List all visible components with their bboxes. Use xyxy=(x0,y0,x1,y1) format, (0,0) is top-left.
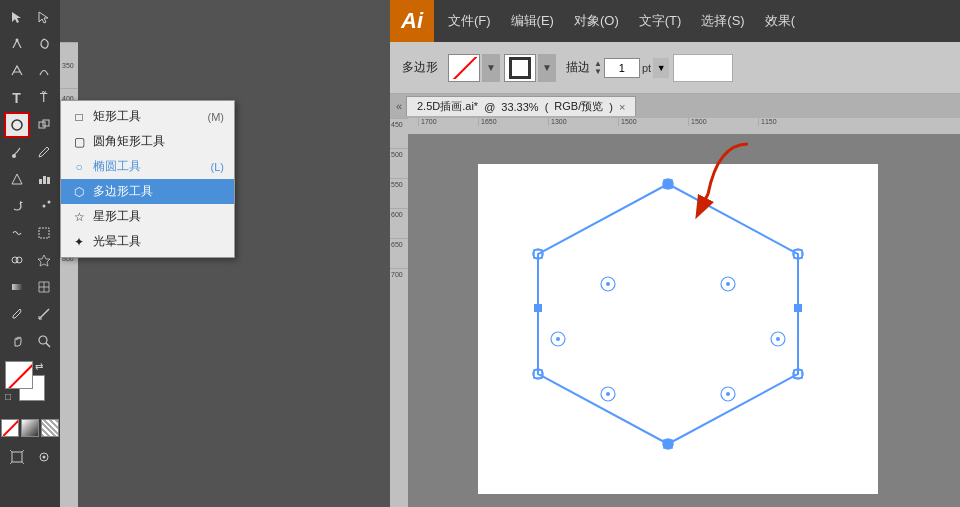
doc-tabs: « 2.5D插画.ai* @ 33.33% ( RGB/预览 ) × xyxy=(390,94,960,118)
menu-edit[interactable]: 编辑(E) xyxy=(501,8,564,34)
svg-rect-13 xyxy=(12,284,22,290)
pattern-swatch[interactable] xyxy=(41,419,59,437)
svg-point-1 xyxy=(12,120,22,130)
menu-item-star-label: 星形工具 xyxy=(93,208,141,225)
menu-item-flare[interactable]: ✦ 光晕工具 xyxy=(61,229,234,254)
swap-colors-icon[interactable]: ⇄ xyxy=(35,361,43,372)
polygon-icon: ⬡ xyxy=(71,184,87,200)
rotate-tool[interactable] xyxy=(4,193,30,219)
none-swatch[interactable] xyxy=(1,419,19,437)
svg-rect-43 xyxy=(534,304,542,312)
svg-rect-7 xyxy=(47,177,50,184)
ellipse-shortcut: (L) xyxy=(211,161,224,173)
svg-rect-2 xyxy=(39,122,45,128)
mesh-tool[interactable] xyxy=(31,274,57,300)
eyedropper-tool[interactable] xyxy=(4,301,30,327)
menu-select[interactable]: 选择(S) xyxy=(691,8,754,34)
fg-color-swatch[interactable] xyxy=(5,361,33,389)
menu-effect[interactable]: 效果( xyxy=(755,8,805,34)
doc-tab-zoom: @ xyxy=(484,101,495,113)
menu-item-rect-label: 矩形工具 xyxy=(93,108,141,125)
left-toolbar: T T̃ xyxy=(0,0,60,507)
anchor-tool[interactable] xyxy=(4,58,30,84)
gradient-tool[interactable] xyxy=(4,274,30,300)
direct-select-tool[interactable] xyxy=(31,4,57,30)
type-tool[interactable]: T xyxy=(4,85,30,111)
svg-point-0 xyxy=(15,39,18,42)
shape-tool2[interactable] xyxy=(4,166,30,192)
shape-tool-menu: □ 矩形工具 (M) ▢ 圆角矩形工具 ○ 椭圆工具 (L) ⬡ 多边形工具 ☆… xyxy=(60,100,235,258)
stroke-input-group: ▲ ▼ pt ▼ xyxy=(594,58,669,78)
menu-item-polygon-label: 多边形工具 xyxy=(93,183,153,200)
shape-label: 多边形 xyxy=(396,57,444,78)
zoom-tool[interactable] xyxy=(31,328,57,354)
svg-point-12 xyxy=(16,257,22,263)
menu-item-polygon[interactable]: ⬡ 多边形工具 xyxy=(61,179,234,204)
star-icon: ☆ xyxy=(71,209,87,225)
measure-tool[interactable] xyxy=(31,301,57,327)
gradient-swatch[interactable] xyxy=(21,419,39,437)
column-chart-tool[interactable] xyxy=(31,166,57,192)
doc-tab-close[interactable]: × xyxy=(619,101,625,113)
menu-text[interactable]: 文字(T) xyxy=(629,8,692,34)
flare-icon: ✦ xyxy=(71,234,87,250)
rect-shortcut: (M) xyxy=(208,111,225,123)
svg-rect-10 xyxy=(39,228,49,238)
svg-point-14 xyxy=(39,336,47,344)
reset-colors-icon[interactable]: □ xyxy=(5,391,11,402)
app-logo: Ai xyxy=(390,0,434,42)
collapse-btn[interactable]: « xyxy=(392,96,406,116)
svg-rect-3 xyxy=(43,120,49,126)
stroke-unit-dropdown[interactable]: ▼ xyxy=(653,58,669,78)
stroke-dropdown-arrow[interactable]: ▼ xyxy=(538,54,556,82)
paintbrush-tool[interactable] xyxy=(4,139,30,165)
shape-tool-highlighted[interactable] xyxy=(4,112,30,138)
fill-swatch[interactable] xyxy=(448,54,480,82)
menu-item-roundrect-label: 圆角矩形工具 xyxy=(93,133,165,150)
svg-point-32 xyxy=(606,282,610,286)
svg-point-40 xyxy=(606,392,610,396)
pen-tool[interactable] xyxy=(4,31,30,57)
symbol-tool[interactable] xyxy=(4,247,30,273)
doc-tab-active[interactable]: 2.5D插画.ai* @ 33.33% ( RGB/预览 ) × xyxy=(406,96,636,116)
select-tool[interactable] xyxy=(4,4,30,30)
svg-point-42 xyxy=(726,392,730,396)
artboard-tool[interactable] xyxy=(4,444,30,470)
menu-item-ellipse[interactable]: ○ 椭圆工具 (L) xyxy=(61,154,234,179)
svg-rect-6 xyxy=(43,176,46,184)
doc-tab-color-end: ) xyxy=(609,101,613,113)
crop-tool[interactable] xyxy=(31,444,57,470)
menu-item-star[interactable]: ☆ 星形工具 xyxy=(61,204,234,229)
menu-item-ellipse-label: 椭圆工具 xyxy=(93,158,141,175)
svg-point-17 xyxy=(42,456,45,459)
menu-item-rect[interactable]: □ 矩形工具 (M) xyxy=(61,104,234,129)
stroke-arrows[interactable]: ▲ ▼ xyxy=(594,60,602,76)
menu-file[interactable]: 文件(F) xyxy=(438,8,501,34)
transform-tool[interactable] xyxy=(31,193,57,219)
stroke-value-input[interactable] xyxy=(604,58,640,78)
svg-point-36 xyxy=(556,337,560,341)
pencil-tool[interactable] xyxy=(31,139,57,165)
vertical-type-tool[interactable]: T̃ xyxy=(31,85,57,111)
stroke-label: 描边 xyxy=(566,59,590,76)
warp-tool[interactable] xyxy=(4,220,30,246)
svg-point-8 xyxy=(47,201,50,204)
ellipse-icon: ○ xyxy=(71,159,87,175)
svg-point-9 xyxy=(42,205,45,208)
svg-point-34 xyxy=(726,282,730,286)
shape-builder-tool[interactable] xyxy=(31,112,57,138)
fill-dropdown-arrow[interactable]: ▼ xyxy=(482,54,500,82)
lasso-tool[interactable] xyxy=(31,31,57,57)
doc-tab-color: RGB/预览 xyxy=(554,99,603,114)
menu-object[interactable]: 对象(O) xyxy=(564,8,629,34)
stroke-swatch[interactable] xyxy=(504,54,536,82)
free-transform-tool[interactable] xyxy=(31,220,57,246)
canvas-left-ruler: 450 500 550 600 650 700 xyxy=(390,118,408,507)
menu-item-roundrect[interactable]: ▢ 圆角矩形工具 xyxy=(61,129,234,154)
opacity-box xyxy=(673,54,733,82)
stroke-unit: pt xyxy=(642,62,651,74)
curvature-tool[interactable] xyxy=(31,58,57,84)
menu-item-flare-label: 光晕工具 xyxy=(93,233,141,250)
symbol-tool2[interactable] xyxy=(31,247,57,273)
hand-tool[interactable] xyxy=(4,328,30,354)
